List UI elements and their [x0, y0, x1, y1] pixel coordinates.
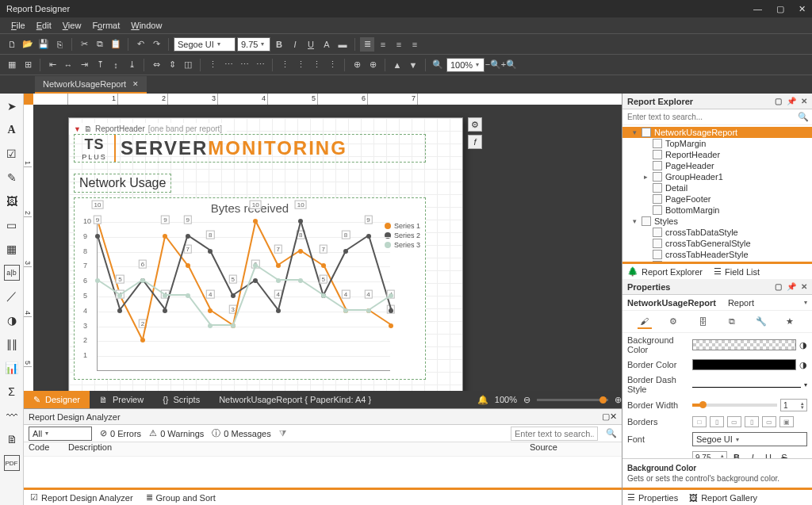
doc-tab-pin-icon[interactable]: ✕	[132, 80, 139, 88]
doc-tab[interactable]: NetworkUsageReport ✕	[35, 76, 147, 94]
warnings-pill[interactable]: ⚠ 0 Warnings	[149, 428, 204, 438]
prop-strike-icon[interactable]: S	[778, 451, 791, 458]
explorer-search-icon[interactable]: 🔍	[798, 112, 809, 122]
align-t-icon[interactable]: ⤒	[93, 58, 107, 72]
tree-node[interactable]: ReportHeader	[622, 149, 812, 160]
expression-icon[interactable]: f	[468, 135, 482, 149]
prop-font-size[interactable]: 9.75▴▾	[692, 451, 727, 458]
hspace-inc-icon[interactable]: ⋯	[221, 58, 236, 72]
menu-window[interactable]: Window	[131, 21, 162, 30]
send-back-icon[interactable]: ▼	[406, 58, 420, 72]
menu-format[interactable]: Format	[92, 21, 120, 30]
chart-tool-icon[interactable]: 📊	[4, 360, 20, 376]
zoom-out-icon[interactable]: −🔍	[486, 58, 500, 72]
save-all-icon[interactable]: ⎘	[52, 37, 67, 52]
picture-tool-icon[interactable]: 🖼	[4, 193, 20, 209]
vspace-eq-icon[interactable]: ⋮	[278, 58, 292, 72]
bgcolor-picker-icon[interactable]: ◑	[799, 340, 807, 350]
properties-selection[interactable]: NetworkUsageReport Report ▾	[622, 295, 812, 311]
maximize-icon[interactable]: ▢	[776, 4, 784, 14]
tree-node[interactable]: ▸GroupHeader1	[622, 171, 812, 182]
tab-preview[interactable]: 🗎 Preview	[90, 391, 153, 408]
props-pin-icon[interactable]: 📌	[787, 282, 796, 291]
tree-node[interactable]: BottomMargin	[622, 205, 812, 216]
align-l-icon[interactable]: ⇤	[45, 58, 59, 72]
open-icon[interactable]: 📂	[21, 37, 35, 52]
font-family-select[interactable]: Segoe UI▾	[174, 37, 236, 52]
zoom-in-icon[interactable]: +🔍	[502, 58, 516, 72]
copy-icon[interactable]: ⧉	[93, 37, 107, 52]
band-label[interactable]: ▼ 🗎 ReportHeader [one band per report]	[69, 123, 227, 135]
explorer-search[interactable]	[626, 112, 798, 122]
messages-pill[interactable]: ⓘ 0 Messages	[212, 427, 270, 439]
center-h-icon[interactable]: ⊕	[350, 58, 364, 72]
wrench-tab-icon[interactable]: 🔧	[754, 315, 768, 329]
cut-icon[interactable]: ✂	[77, 37, 91, 52]
data-tab-icon[interactable]: 🗄	[695, 315, 710, 329]
checkbox-tool-icon[interactable]: ☑	[4, 146, 20, 162]
brush-tab-icon[interactable]: 🖌	[638, 315, 652, 329]
tree-node[interactable]: TopMargin	[622, 138, 812, 149]
line-tool-icon[interactable]: ／	[4, 289, 20, 304]
report-title-label[interactable]: Network Usage	[74, 174, 171, 193]
borderwidth-slider[interactable]	[692, 404, 777, 407]
subreport-tool-icon[interactable]: 🗎	[4, 431, 20, 447]
align-r-icon[interactable]: ⇥	[77, 58, 91, 72]
errors-pill[interactable]: ⊘ 0 Errors	[100, 428, 141, 438]
prop-font-family[interactable]: Segoe UI▾	[692, 432, 807, 446]
bordercolor-picker-icon[interactable]: ◑	[799, 360, 807, 370]
hspace-eq-icon[interactable]: ⋮	[205, 58, 220, 72]
menu-edit[interactable]: Edit	[36, 21, 52, 30]
font-size-select[interactable]: 9.75▾	[237, 37, 270, 52]
footer-group-sort-tab[interactable]: ≣ Group and Sort	[146, 492, 216, 503]
vspace-dec-icon[interactable]: ⋮	[309, 58, 324, 72]
tree-node[interactable]: ▾NetworkUsageReport	[622, 127, 812, 138]
tree-node[interactable]: Detail	[622, 182, 812, 193]
center-v-icon[interactable]: ⊕	[366, 58, 380, 72]
minimize-icon[interactable]: —	[753, 4, 762, 14]
tree-node[interactable]: ▾Styles	[622, 216, 812, 227]
vspace-inc-icon[interactable]: ⋮	[293, 58, 308, 72]
menu-file[interactable]: File	[11, 21, 25, 30]
bring-front-icon[interactable]: ▲	[390, 58, 404, 72]
align-justify-icon[interactable]: ≡	[408, 37, 422, 52]
align-right-icon[interactable]: ≡	[392, 37, 406, 52]
richtext-tool-icon[interactable]: ✎	[4, 170, 20, 186]
snap-icon[interactable]: ⊞	[21, 58, 35, 72]
tree-node[interactable]: crossTabGeneralStyle	[622, 238, 812, 249]
menu-view[interactable]: View	[63, 21, 82, 30]
new-icon[interactable]: 🗋	[5, 37, 19, 52]
analyzer-max-icon[interactable]: ▢	[602, 411, 610, 421]
tree-node[interactable]: PageFooter	[622, 193, 812, 205]
font-color-icon[interactable]: A	[320, 37, 334, 52]
redo-icon[interactable]: ↷	[149, 37, 163, 52]
tab-field-list[interactable]: ☰ Field List	[714, 266, 760, 277]
pdf-tool-icon[interactable]: PDF	[4, 455, 20, 471]
borderwidth-spin[interactable]: 1▴▾	[780, 399, 807, 411]
bell-icon[interactable]: 🔔	[477, 395, 488, 405]
prop-italic-icon[interactable]: I	[746, 451, 759, 458]
zoom-in-btn[interactable]: ⊕	[615, 395, 622, 405]
analyzer-filter[interactable]: All▾	[29, 427, 92, 441]
bgcolor-swatch[interactable]	[692, 339, 796, 350]
align-b-icon[interactable]: ⤓	[124, 58, 139, 72]
save-icon[interactable]: 💾	[36, 37, 51, 52]
bordercolor-swatch[interactable]	[692, 359, 796, 370]
chart-control[interactable]: Bytes received Series 1Series 2Series 3 …	[74, 197, 426, 380]
gear-tab-icon[interactable]: ⚙	[666, 315, 680, 329]
grid-icon[interactable]: ▦	[5, 58, 19, 72]
analyzer-close-icon[interactable]: ✕	[610, 411, 617, 421]
hspace-rem-icon[interactable]: ⋯	[253, 58, 267, 72]
footer-analyzer-tab[interactable]: ☑ Report Design Analyzer	[30, 492, 133, 503]
table-tool-icon[interactable]: ▦	[4, 241, 20, 257]
design-canvas[interactable]: 1234567 12345 ▼ 🗎 ReportHeader [one band…	[24, 94, 622, 391]
props-close-icon[interactable]: ✕	[801, 282, 807, 291]
props-max-icon[interactable]: ▢	[775, 282, 782, 291]
align-m-icon[interactable]: ↕	[109, 58, 123, 72]
explorer-close-icon[interactable]: ✕	[801, 97, 807, 105]
tree-node[interactable]: crossTabHeaderStyle	[622, 249, 812, 260]
same-h-icon[interactable]: ⇕	[165, 58, 179, 72]
borders-buttons[interactable]: □▯▭▯▭▣	[692, 416, 807, 427]
align-center-icon[interactable]: ≡	[376, 37, 390, 52]
zoom-select[interactable]: 100%▾	[446, 58, 485, 72]
